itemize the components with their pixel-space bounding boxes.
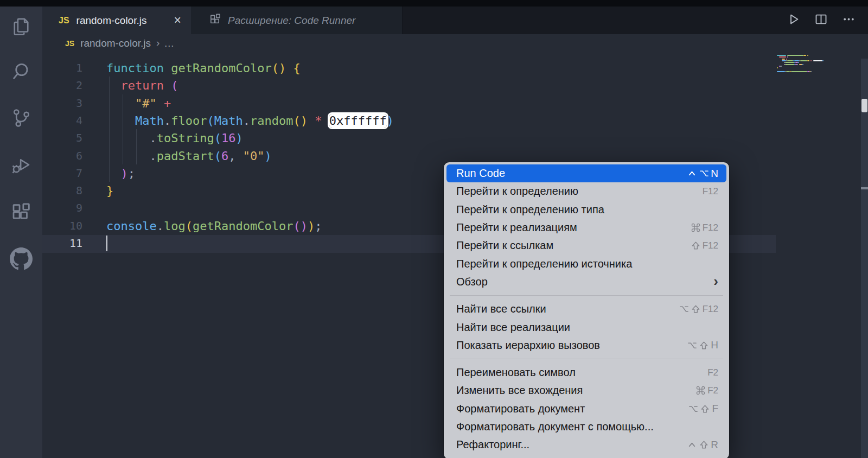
overview-ruler-marker bbox=[861, 187, 868, 189]
activity-bar bbox=[0, 7, 42, 458]
key-label: F bbox=[712, 403, 718, 415]
menu-item-label: Перейти к ссылкам bbox=[456, 239, 553, 252]
menu-item-label: Форматировать документ с помощью... bbox=[456, 421, 654, 433]
menu-item-label: Перейти к определению типа bbox=[456, 203, 604, 216]
extensions-icon[interactable] bbox=[9, 201, 33, 225]
menu-item-shortcut: F12 bbox=[691, 222, 718, 233]
minimap[interactable] bbox=[777, 55, 864, 142]
key-label: R bbox=[711, 439, 718, 451]
menu-item[interactable]: Перейти к ссылкамF12 bbox=[444, 237, 729, 255]
opt-key-icon bbox=[687, 340, 697, 351]
line-number[interactable]: 4 bbox=[42, 112, 82, 130]
scrollbar-thumb[interactable] bbox=[861, 99, 867, 112]
code-line-8[interactable]: } bbox=[106, 182, 113, 200]
line-number[interactable]: 5 bbox=[42, 129, 82, 147]
split-editor-button[interactable] bbox=[814, 12, 828, 29]
cmd-key-icon bbox=[691, 222, 701, 233]
menu-item[interactable]: Переименовать символF2 bbox=[444, 364, 729, 381]
tab-random-color-js[interactable]: JS random-color.js × bbox=[42, 7, 191, 34]
code-line-6[interactable]: .padStart(6, "0") bbox=[106, 147, 272, 165]
files-icon[interactable] bbox=[9, 14, 33, 38]
menu-item[interactable]: Форматировать документ с помощью... bbox=[444, 418, 729, 436]
code-line-4[interactable]: Math.floor(Math.random() * 0xffffff) bbox=[106, 112, 394, 130]
close-icon[interactable]: × bbox=[174, 14, 181, 27]
code-line-3[interactable]: "#" + bbox=[106, 94, 171, 112]
source-control-icon[interactable] bbox=[9, 106, 33, 130]
menu-item[interactable]: Форматировать документF bbox=[444, 400, 729, 418]
menu-item-shortcut: F12 bbox=[691, 240, 718, 251]
minimap-line bbox=[777, 64, 803, 65]
js-file-icon: JS bbox=[65, 39, 74, 48]
shift-key-icon bbox=[699, 340, 709, 351]
run-debug-icon[interactable] bbox=[9, 153, 33, 177]
code-line-2[interactable]: return ( bbox=[106, 77, 178, 94]
line-number[interactable]: 8 bbox=[42, 182, 82, 200]
shift-key-icon bbox=[691, 304, 701, 314]
tab-bar: JS random-color.js × Расширение: Code Ru… bbox=[42, 7, 868, 34]
menu-item[interactable]: Изменить все вхожденияF2 bbox=[444, 381, 729, 399]
menu-item[interactable]: Перейти к определениюF12 bbox=[444, 182, 729, 200]
minimap-line bbox=[777, 55, 808, 56]
tab-extension-code-runner[interactable]: Расширение: Code Runner bbox=[191, 7, 403, 34]
menu-item[interactable]: Перейти к определению источника bbox=[444, 255, 729, 272]
menu-item-shortcut: F2 bbox=[707, 367, 718, 378]
menu-item[interactable]: Найти все ссылкиF12 bbox=[444, 300, 729, 318]
github-icon[interactable] bbox=[9, 247, 33, 271]
overview-ruler bbox=[861, 59, 868, 458]
menu-item[interactable]: Рефакторинг...R bbox=[444, 436, 729, 454]
menu-item-label: Перейти к реализациям bbox=[456, 221, 577, 234]
opt-key-icon bbox=[679, 304, 689, 314]
minimap-line bbox=[777, 71, 812, 72]
menu-item[interactable]: Перейти к реализациямF12 bbox=[444, 219, 729, 237]
menu-item-label: Переименовать символ bbox=[456, 366, 576, 379]
menu-separator bbox=[450, 359, 723, 359]
breadcrumb-symbol[interactable]: … bbox=[164, 37, 175, 49]
menu-item-label: Показать иерархию вызовов bbox=[456, 339, 600, 352]
line-number[interactable]: 11 bbox=[42, 234, 82, 252]
menu-separator bbox=[450, 295, 723, 296]
menu-item-label: Найти все реализации bbox=[456, 321, 570, 334]
menu-item-label: Run Code bbox=[456, 167, 505, 180]
code-line-7[interactable]: ); bbox=[106, 164, 135, 182]
line-number[interactable]: 1 bbox=[42, 59, 82, 77]
key-label: F12 bbox=[703, 304, 718, 315]
run-button[interactable] bbox=[786, 12, 801, 29]
menu-item-label: Изменить все вхождения bbox=[456, 384, 583, 397]
breadcrumb: JS random-color.js › … bbox=[42, 34, 868, 53]
menu-item[interactable]: Перейти к определению типа bbox=[444, 201, 729, 219]
minimap-line bbox=[777, 59, 787, 60]
more-actions-button[interactable] bbox=[841, 12, 856, 29]
menu-item[interactable]: Найти все реализации bbox=[444, 318, 729, 336]
key-label: F12 bbox=[703, 240, 718, 251]
line-number[interactable]: 7 bbox=[42, 164, 82, 182]
vscode-window: JS random-color.js × Расширение: Code Ru… bbox=[0, 0, 868, 458]
selected-token[interactable]: 0xffffff bbox=[329, 114, 387, 128]
menu-item-label: Обзор bbox=[456, 276, 488, 288]
search-icon[interactable] bbox=[9, 60, 33, 84]
minimap-line bbox=[777, 62, 799, 63]
breadcrumb-file[interactable]: random-color.js bbox=[80, 37, 151, 49]
submenu-arrow-icon: › bbox=[713, 276, 718, 287]
minimap-line bbox=[777, 56, 788, 58]
key-label: F12 bbox=[703, 222, 718, 233]
line-number[interactable]: 10 bbox=[42, 217, 82, 235]
code-line-10[interactable]: console.log(getRandomColor()); bbox=[106, 217, 322, 235]
menu-item-shortcut: F bbox=[688, 403, 718, 415]
key-label: H bbox=[711, 339, 718, 351]
window-title-bar bbox=[0, 0, 868, 7]
menu-item[interactable]: Run CodeN bbox=[446, 164, 726, 182]
shift-key-icon bbox=[691, 240, 701, 251]
menu-item-label: Рефакторинг... bbox=[456, 438, 529, 451]
menu-item-shortcut: H bbox=[687, 339, 718, 351]
line-number[interactable]: 6 bbox=[42, 147, 82, 165]
editor-actions bbox=[786, 7, 856, 34]
menu-item[interactable]: Обзор› bbox=[444, 273, 729, 291]
line-number[interactable]: 9 bbox=[42, 199, 82, 217]
code-line-5[interactable]: .toString(16) bbox=[106, 129, 243, 147]
indent-guide bbox=[123, 94, 123, 164]
line-number[interactable]: 2 bbox=[42, 77, 82, 94]
line-number[interactable]: 3 bbox=[42, 94, 82, 112]
code-line-1[interactable]: function getRandomColor() { bbox=[106, 59, 301, 77]
key-label: F12 bbox=[703, 186, 718, 197]
menu-item[interactable]: Показать иерархию вызововH bbox=[444, 336, 729, 354]
